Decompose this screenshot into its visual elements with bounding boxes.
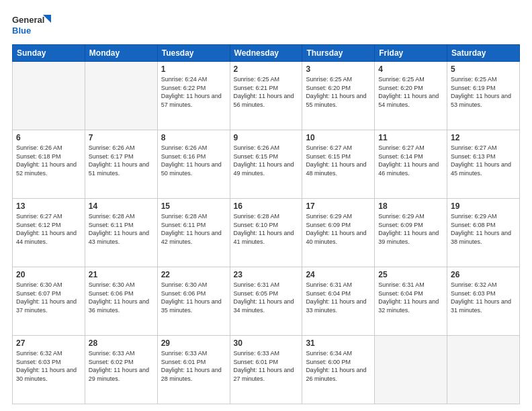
- cell-daylight-info: Sunrise: 6:29 AM Sunset: 6:09 PM Dayligh…: [306, 212, 371, 246]
- calendar-cell: 11Sunrise: 6:27 AM Sunset: 6:14 PM Dayli…: [375, 130, 447, 199]
- header: General Blue: [12, 12, 520, 39]
- calendar-cell: 8Sunrise: 6:26 AM Sunset: 6:16 PM Daylig…: [157, 130, 230, 199]
- day-number: 15: [161, 201, 226, 211]
- cell-daylight-info: Sunrise: 6:28 AM Sunset: 6:11 PM Dayligh…: [89, 212, 154, 246]
- svg-text:Blue: Blue: [12, 26, 31, 36]
- day-number: 19: [451, 201, 516, 211]
- weekday-header-friday: Friday: [375, 45, 447, 62]
- cell-daylight-info: Sunrise: 6:30 AM Sunset: 6:07 PM Dayligh…: [16, 281, 81, 314]
- calendar-cell: 6Sunrise: 6:26 AM Sunset: 6:18 PM Daylig…: [13, 130, 85, 199]
- cell-daylight-info: Sunrise: 6:29 AM Sunset: 6:09 PM Dayligh…: [378, 212, 443, 246]
- cell-daylight-info: Sunrise: 6:31 AM Sunset: 6:04 PM Dayligh…: [306, 281, 371, 314]
- cell-daylight-info: Sunrise: 6:28 AM Sunset: 6:11 PM Dayligh…: [161, 212, 226, 246]
- week-row-0: 1Sunrise: 6:24 AM Sunset: 6:22 PM Daylig…: [13, 62, 520, 130]
- cell-daylight-info: Sunrise: 6:25 AM Sunset: 6:20 PM Dayligh…: [306, 75, 371, 109]
- calendar-cell: 18Sunrise: 6:29 AM Sunset: 6:09 PM Dayli…: [375, 199, 447, 267]
- day-number: 16: [234, 201, 299, 211]
- calendar-cell: 31Sunrise: 6:34 AM Sunset: 6:00 PM Dayli…: [302, 336, 375, 404]
- calendar-cell: 4Sunrise: 6:25 AM Sunset: 6:20 PM Daylig…: [375, 62, 447, 130]
- calendar-cell: 19Sunrise: 6:29 AM Sunset: 6:08 PM Dayli…: [447, 199, 520, 267]
- day-number: 12: [451, 133, 516, 142]
- calendar-cell: 3Sunrise: 6:25 AM Sunset: 6:20 PM Daylig…: [302, 62, 375, 130]
- cell-daylight-info: Sunrise: 6:32 AM Sunset: 6:03 PM Dayligh…: [16, 349, 81, 383]
- day-number: 28: [89, 338, 154, 348]
- calendar-cell: 12Sunrise: 6:27 AM Sunset: 6:13 PM Dayli…: [447, 130, 520, 199]
- cell-daylight-info: Sunrise: 6:27 AM Sunset: 6:13 PM Dayligh…: [451, 144, 516, 177]
- day-number: 8: [161, 133, 226, 142]
- cell-daylight-info: Sunrise: 6:34 AM Sunset: 6:00 PM Dayligh…: [306, 349, 371, 383]
- weekday-header-sunday: Sunday: [13, 45, 85, 62]
- calendar-cell: 23Sunrise: 6:31 AM Sunset: 6:05 PM Dayli…: [230, 267, 302, 336]
- calendar-cell: 25Sunrise: 6:31 AM Sunset: 6:04 PM Dayli…: [375, 267, 447, 336]
- week-row-3: 20Sunrise: 6:30 AM Sunset: 6:07 PM Dayli…: [13, 267, 520, 336]
- calendar-cell: 16Sunrise: 6:28 AM Sunset: 6:10 PM Dayli…: [230, 199, 302, 267]
- cell-daylight-info: Sunrise: 6:25 AM Sunset: 6:20 PM Dayligh…: [378, 75, 443, 109]
- day-number: 25: [378, 270, 443, 279]
- day-number: 18: [378, 201, 443, 211]
- cell-daylight-info: Sunrise: 6:25 AM Sunset: 6:21 PM Dayligh…: [234, 75, 299, 109]
- cell-daylight-info: Sunrise: 6:32 AM Sunset: 6:03 PM Dayligh…: [451, 281, 516, 314]
- week-row-2: 13Sunrise: 6:27 AM Sunset: 6:12 PM Dayli…: [13, 199, 520, 267]
- day-number: 20: [16, 270, 81, 279]
- calendar-cell: 9Sunrise: 6:26 AM Sunset: 6:15 PM Daylig…: [230, 130, 302, 199]
- calendar-cell: [85, 62, 157, 130]
- day-number: 6: [16, 133, 81, 142]
- calendar-cell: 20Sunrise: 6:30 AM Sunset: 6:07 PM Dayli…: [13, 267, 85, 336]
- calendar-cell: 5Sunrise: 6:25 AM Sunset: 6:19 PM Daylig…: [447, 62, 520, 130]
- calendar-cell: [13, 62, 85, 130]
- logo: General Blue: [12, 12, 52, 39]
- cell-daylight-info: Sunrise: 6:27 AM Sunset: 6:15 PM Dayligh…: [306, 144, 371, 177]
- cell-daylight-info: Sunrise: 6:27 AM Sunset: 6:14 PM Dayligh…: [378, 144, 443, 177]
- cell-daylight-info: Sunrise: 6:33 AM Sunset: 6:01 PM Dayligh…: [234, 349, 299, 383]
- day-number: 11: [378, 133, 443, 142]
- cell-daylight-info: Sunrise: 6:31 AM Sunset: 6:05 PM Dayligh…: [234, 281, 299, 314]
- svg-text:General: General: [12, 15, 44, 25]
- page: General Blue SundayMondayTuesdayWednesda…: [0, 0, 532, 411]
- day-number: 5: [451, 64, 516, 74]
- calendar-cell: 1Sunrise: 6:24 AM Sunset: 6:22 PM Daylig…: [157, 62, 230, 130]
- weekday-header-thursday: Thursday: [302, 45, 375, 62]
- cell-daylight-info: Sunrise: 6:33 AM Sunset: 6:02 PM Dayligh…: [89, 349, 154, 383]
- calendar-table: SundayMondayTuesdayWednesdayThursdayFrid…: [12, 44, 520, 404]
- calendar-cell: 2Sunrise: 6:25 AM Sunset: 6:21 PM Daylig…: [230, 62, 302, 130]
- day-number: 26: [451, 270, 516, 279]
- cell-daylight-info: Sunrise: 6:29 AM Sunset: 6:08 PM Dayligh…: [451, 212, 516, 246]
- cell-daylight-info: Sunrise: 6:30 AM Sunset: 6:06 PM Dayligh…: [89, 281, 154, 314]
- calendar-cell: 26Sunrise: 6:32 AM Sunset: 6:03 PM Dayli…: [447, 267, 520, 336]
- day-number: 4: [378, 64, 443, 74]
- day-number: 7: [89, 133, 154, 142]
- cell-daylight-info: Sunrise: 6:24 AM Sunset: 6:22 PM Dayligh…: [161, 75, 226, 109]
- calendar-cell: [375, 336, 447, 404]
- calendar-cell: 13Sunrise: 6:27 AM Sunset: 6:12 PM Dayli…: [13, 199, 85, 267]
- day-number: 3: [306, 64, 371, 74]
- cell-daylight-info: Sunrise: 6:28 AM Sunset: 6:10 PM Dayligh…: [234, 212, 299, 246]
- day-number: 23: [234, 270, 299, 279]
- weekday-header-monday: Monday: [85, 45, 157, 62]
- calendar-cell: 29Sunrise: 6:33 AM Sunset: 6:01 PM Dayli…: [157, 336, 230, 404]
- day-number: 9: [234, 133, 299, 142]
- weekday-header-saturday: Saturday: [447, 45, 520, 62]
- calendar-cell: 14Sunrise: 6:28 AM Sunset: 6:11 PM Dayli…: [85, 199, 157, 267]
- day-number: 17: [306, 201, 371, 211]
- calendar-cell: 15Sunrise: 6:28 AM Sunset: 6:11 PM Dayli…: [157, 199, 230, 267]
- calendar-cell: [447, 336, 520, 404]
- day-number: 27: [16, 338, 81, 348]
- cell-daylight-info: Sunrise: 6:26 AM Sunset: 6:18 PM Dayligh…: [16, 144, 81, 177]
- cell-daylight-info: Sunrise: 6:26 AM Sunset: 6:17 PM Dayligh…: [89, 144, 154, 177]
- calendar-cell: 22Sunrise: 6:30 AM Sunset: 6:06 PM Dayli…: [157, 267, 230, 336]
- calendar-cell: 30Sunrise: 6:33 AM Sunset: 6:01 PM Dayli…: [230, 336, 302, 404]
- weekday-header-wednesday: Wednesday: [230, 45, 302, 62]
- day-number: 2: [234, 64, 299, 74]
- cell-daylight-info: Sunrise: 6:33 AM Sunset: 6:01 PM Dayligh…: [161, 349, 226, 383]
- weekday-header-row: SundayMondayTuesdayWednesdayThursdayFrid…: [13, 45, 520, 62]
- day-number: 24: [306, 270, 371, 279]
- cell-daylight-info: Sunrise: 6:26 AM Sunset: 6:16 PM Dayligh…: [161, 144, 226, 177]
- day-number: 29: [161, 338, 226, 348]
- day-number: 1: [161, 64, 226, 74]
- calendar-cell: 27Sunrise: 6:32 AM Sunset: 6:03 PM Dayli…: [13, 336, 85, 404]
- calendar-cell: 7Sunrise: 6:26 AM Sunset: 6:17 PM Daylig…: [85, 130, 157, 199]
- day-number: 10: [306, 133, 371, 142]
- week-row-1: 6Sunrise: 6:26 AM Sunset: 6:18 PM Daylig…: [13, 130, 520, 199]
- cell-daylight-info: Sunrise: 6:26 AM Sunset: 6:15 PM Dayligh…: [234, 144, 299, 177]
- day-number: 22: [161, 270, 226, 279]
